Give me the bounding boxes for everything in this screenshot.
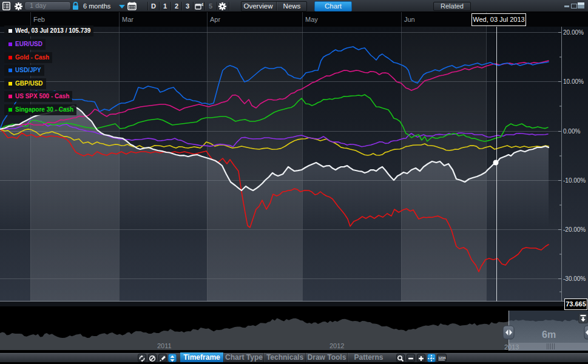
svg-text:10.00%: 10.00% xyxy=(563,78,584,85)
svg-text:2011: 2011 xyxy=(157,342,172,349)
svg-text:1234: 1234 xyxy=(438,356,446,360)
svg-text:-10.00%: -10.00% xyxy=(563,177,586,184)
svg-text:2013: 2013 xyxy=(504,343,519,351)
svg-text:4: 4 xyxy=(201,2,203,7)
svg-text:20.00%: 20.00% xyxy=(563,29,584,36)
svg-text:2012: 2012 xyxy=(329,342,344,349)
svg-text:0.00%: 0.00% xyxy=(563,128,580,135)
svg-text:-20.00%: -20.00% xyxy=(563,226,586,233)
svg-text:-30.00%: -30.00% xyxy=(563,275,586,282)
svg-text:6m: 6m xyxy=(542,329,556,340)
